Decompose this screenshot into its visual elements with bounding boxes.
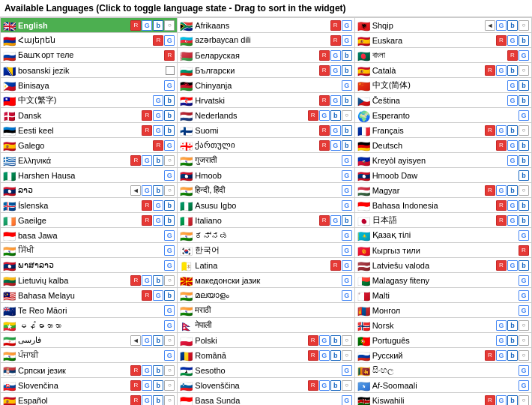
- google-icon[interactable]: G: [496, 20, 507, 31]
- language-item[interactable]: 🇭🇹Kreyòl ayisyenGb: [355, 153, 532, 168]
- language-item[interactable]: 🇮🇸ÍslenskaRGb: [1, 198, 178, 213]
- bing-icon[interactable]: b: [153, 365, 163, 376]
- translate-icon[interactable]: R: [130, 20, 141, 31]
- language-item[interactable]: 🇫🇮SuomiRGb: [178, 123, 354, 138]
- language-item[interactable]: 🇸🇴Af-SoomaaliG: [355, 378, 532, 393]
- google-icon[interactable]: G: [519, 50, 529, 61]
- bing-icon[interactable]: b: [164, 215, 175, 226]
- bing-icon[interactable]: b: [153, 380, 163, 391]
- bing-icon[interactable]: b: [164, 200, 175, 211]
- language-item[interactable]: 🇮🇳ಕನ್ನಡG: [178, 228, 354, 243]
- language-item[interactable]: 🇳🇿Te Reo MāoriG: [1, 303, 178, 318]
- google-icon[interactable]: G: [153, 200, 163, 211]
- google-icon[interactable]: G: [330, 95, 341, 106]
- google-icon[interactable]: G: [519, 380, 529, 391]
- language-item[interactable]: 🇨🇿ČeštinaGb: [355, 93, 532, 108]
- options-icon[interactable]: ○: [164, 185, 175, 196]
- bing-icon[interactable]: b: [507, 350, 518, 361]
- language-item[interactable]: 🇬🇧EnglishRGb○: [1, 18, 178, 33]
- language-item[interactable]: 🇷🇴RomânăRGb○: [178, 348, 354, 363]
- google-icon[interactable]: G: [153, 125, 163, 136]
- language-item[interactable]: 🇵🇭BinisayaG: [1, 78, 178, 93]
- translate-icon[interactable]: R: [308, 350, 318, 361]
- language-item[interactable]: 🇸🇰SlovenčinaRGb○: [1, 378, 178, 393]
- bing-icon[interactable]: b: [330, 335, 341, 346]
- language-item[interactable]: 🇭🇺MagyarRGb○: [355, 183, 532, 198]
- language-item[interactable]: 🇱🇦Hmoob Dawb: [355, 168, 532, 183]
- bing-icon[interactable]: b: [519, 140, 529, 151]
- google-icon[interactable]: G: [507, 95, 518, 106]
- translate-icon[interactable]: R: [319, 215, 330, 226]
- language-item[interactable]: 🇱🇦HmoobG: [178, 168, 354, 183]
- google-icon[interactable]: G: [164, 140, 175, 151]
- translate-icon[interactable]: R: [130, 380, 141, 391]
- google-icon[interactable]: G: [319, 110, 330, 121]
- language-item[interactable]: 🇵🇹PortuguêsGb○: [355, 333, 532, 348]
- google-icon[interactable]: G: [342, 290, 352, 301]
- google-icon[interactable]: G: [142, 395, 152, 406]
- language-item[interactable]: 🇧🇾БеларускаяRGb: [178, 48, 354, 63]
- bing-icon[interactable]: b: [153, 155, 163, 166]
- google-icon[interactable]: G: [319, 380, 330, 391]
- language-item[interactable]: 🇳🇬Harshen HausaG: [1, 168, 178, 183]
- google-icon[interactable]: G: [342, 245, 352, 256]
- translate-icon[interactable]: R: [496, 260, 507, 271]
- language-item[interactable]: 🇮🇩Basa SundaG: [178, 393, 354, 405]
- language-item[interactable]: 🇲🇳МонголG: [355, 303, 532, 318]
- translate-icon[interactable]: R: [308, 380, 318, 391]
- language-item[interactable]: 🇳🇬Asusu IgboG: [178, 198, 354, 213]
- google-icon[interactable]: G: [507, 200, 518, 211]
- language-item[interactable]: 🇪🇸EuskaraRGb: [355, 33, 532, 48]
- translate-icon[interactable]: R: [130, 395, 141, 406]
- bing-icon[interactable]: b: [507, 185, 518, 196]
- checkbox[interactable]: [166, 66, 175, 75]
- google-icon[interactable]: G: [342, 155, 352, 166]
- google-icon[interactable]: G: [519, 230, 529, 241]
- translate-icon[interactable]: R: [330, 260, 341, 271]
- translate-icon[interactable]: R: [330, 20, 341, 31]
- translate-icon[interactable]: R: [319, 140, 330, 151]
- language-item[interactable]: 🇷🇸Српски језикRGb○: [1, 363, 178, 378]
- google-icon[interactable]: G: [330, 215, 341, 226]
- google-icon[interactable]: G: [342, 185, 352, 196]
- google-icon[interactable]: G: [519, 290, 529, 301]
- translate-icon[interactable]: R: [519, 245, 529, 256]
- arrow-icon[interactable]: ◄: [130, 335, 141, 346]
- language-item[interactable]: 🇱🇸SesothoG: [178, 363, 354, 378]
- translate-icon[interactable]: R: [330, 35, 341, 46]
- translate-icon[interactable]: R: [142, 125, 152, 136]
- google-icon[interactable]: G: [507, 155, 518, 166]
- translate-icon[interactable]: R: [308, 335, 318, 346]
- google-icon[interactable]: G: [164, 80, 175, 91]
- bing-icon[interactable]: b: [519, 80, 529, 91]
- translate-icon[interactable]: R: [319, 95, 330, 106]
- options-icon[interactable]: ○: [342, 335, 352, 346]
- language-item[interactable]: 🇯🇵日本語RGb: [355, 213, 532, 228]
- language-item[interactable]: 🇪🇪Eesti keelRGb: [1, 123, 178, 138]
- options-icon[interactable]: ○: [519, 20, 529, 31]
- language-item[interactable]: 🇲🇾Bahasa MelayuRGb: [1, 288, 178, 303]
- google-icon[interactable]: G: [319, 335, 330, 346]
- google-icon[interactable]: G: [164, 35, 175, 46]
- google-icon[interactable]: G: [164, 305, 175, 316]
- google-icon[interactable]: G: [153, 290, 163, 301]
- language-item[interactable]: 🇫🇷FrançaisRGb○: [355, 123, 532, 138]
- language-item[interactable]: 🇲🇹MaltiG: [355, 288, 532, 303]
- google-icon[interactable]: G: [496, 395, 507, 406]
- translate-icon[interactable]: R: [130, 275, 141, 286]
- translate-icon[interactable]: R: [153, 35, 163, 46]
- bing-icon[interactable]: b: [153, 395, 163, 406]
- options-icon[interactable]: ○: [164, 380, 175, 391]
- google-icon[interactable]: G: [342, 395, 352, 406]
- translate-icon[interactable]: R: [496, 140, 507, 151]
- options-icon[interactable]: ○: [519, 335, 529, 346]
- options-icon[interactable]: ○: [519, 125, 529, 136]
- language-item[interactable]: 🇱🇹Lietuvių kalbaRGb○: [1, 273, 178, 288]
- google-icon[interactable]: G: [342, 200, 352, 211]
- language-item[interactable]: 🇿🇦AfrikaansRG: [178, 18, 354, 33]
- bing-icon[interactable]: b: [507, 20, 518, 31]
- google-icon[interactable]: G: [330, 125, 341, 136]
- language-item[interactable]: 🇮🇹ItalianoRGb: [178, 213, 354, 228]
- bing-icon[interactable]: b: [153, 335, 163, 346]
- bing-icon[interactable]: b: [519, 155, 529, 166]
